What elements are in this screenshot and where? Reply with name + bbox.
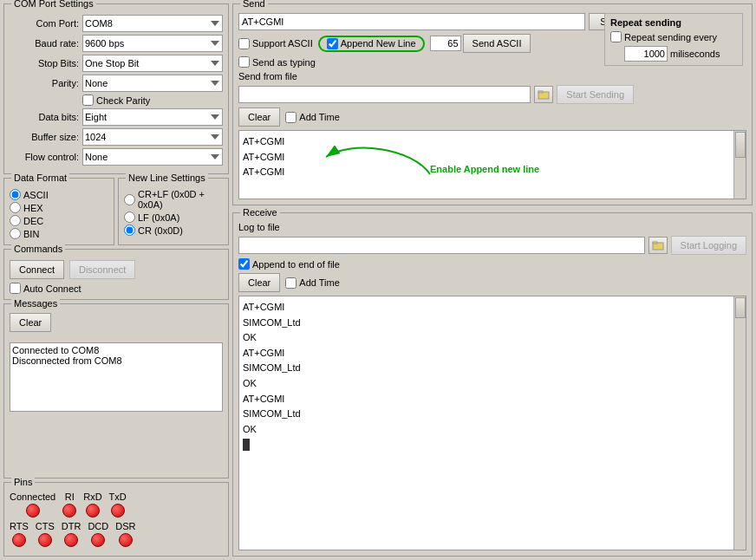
receive-scrollbar[interactable] [733,296,746,550]
send-line-2: AT+CGMI [243,150,742,166]
send-line-3: AT+CGMI [243,165,742,180]
data-bits-label: Data bits: [10,112,79,122]
ascii-value-input[interactable] [430,36,461,51]
connected-label: Connected [10,492,55,502]
rxd-label: RxD [83,492,101,502]
radio-hex[interactable]: HEX [10,202,108,213]
cts-led [38,533,52,547]
buffer-size-select[interactable]: 1024 [82,128,223,146]
data-format-title: Data Format [11,173,69,183]
rxd-led [86,504,100,518]
receive-text-area: AT+CGMI SIMCOM_Ltd OK AT+CGMI SIMCOM_Ltd… [238,296,746,550]
start-logging-button[interactable]: Start Logging [671,236,746,255]
ascii-value-wrapper: Send ASCII [430,34,531,53]
send-file-browse-button[interactable] [534,86,553,103]
pin-txd: TxD [109,492,127,518]
send-scrollbar[interactable] [733,131,746,199]
receive-add-time-checkbox[interactable]: Add Time [285,277,339,289]
data-bits-select[interactable]: Eight [82,108,223,126]
parity-select[interactable]: None [82,75,223,92]
send-add-time-checkbox[interactable]: Add Time [285,112,339,123]
svg-rect-1 [538,91,543,93]
recv-line-12: SIMCOM_Ltd [243,407,742,422]
commands-group: Commands Connect Disconnect Auto Connect [3,249,229,300]
repeat-ms-label: miliseconds [670,49,720,59]
recv-line-10: AT+CGMI [243,392,742,407]
ri-label: RI [65,492,75,502]
dtr-led [64,533,78,547]
com-port-settings-group: COM Port Settings Com Port: COM8 Baud ra… [3,3,229,174]
check-parity-checkbox[interactable]: Check Parity [82,94,223,106]
log-file-input[interactable] [238,237,645,254]
radio-bin[interactable]: BIN [10,228,108,239]
flow-control-select[interactable]: None [82,148,223,166]
dtr-label: DTR [62,521,81,531]
send-clear-button[interactable]: Clear [238,107,280,127]
recv-line-7: SIMCOM_Ltd [243,361,742,376]
receive-title: Receive [240,207,280,218]
send-ascii-button[interactable]: Send ASCII [463,34,531,53]
pins-group: Pins Connected RI RxD [3,482,229,557]
folder-icon [538,88,550,101]
send-file-input[interactable] [238,86,531,103]
ri-led [62,504,76,518]
start-sending-button[interactable]: Start Sending [557,85,634,104]
log-file-browse-button[interactable] [648,237,668,254]
auto-connect-checkbox[interactable]: Auto Connect [10,283,223,294]
txd-led [111,504,125,518]
com-port-select[interactable]: COM8 [82,15,223,32]
connected-led [26,504,40,518]
recv-line-14: OK [243,422,742,438]
cts-label: CTS [36,521,55,531]
commands-title: Commands [11,244,65,254]
radio-ascii[interactable]: ASCII [10,189,108,200]
log-folder-icon [652,239,664,251]
messages-clear-button[interactable]: Clear [10,313,51,332]
pin-ri: RI [62,492,76,518]
pins-row-1: Connected RI RxD TxD [10,492,223,518]
pin-dsr: DSR [115,521,135,547]
send-scrollbar-thumb[interactable] [735,132,746,158]
stop-bits-select[interactable]: One Stop Bit [82,55,223,72]
newline-settings-group: New Line Settings CR+LF (0x0D + 0x0A) LF… [118,178,229,245]
message-line-1: Connected to COM8 [12,345,220,355]
baud-rate-select[interactable]: 9600 bps [82,35,223,52]
send-group: Send Send Support ASCII [232,3,753,205]
append-to-file-checkbox[interactable]: Append to end of file [238,258,746,270]
send-command-input[interactable] [238,13,585,30]
pins-title: Pins [11,477,35,487]
recv-line-5: AT+CGMI [243,346,742,361]
radio-dec[interactable]: DEC [10,215,108,226]
receive-scrollbar-thumb[interactable] [735,297,746,318]
send-as-typing-checkbox[interactable]: Send as typing [238,56,634,68]
pin-connected: Connected [10,492,55,518]
data-format-group: Data Format ASCII HEX DEC [3,178,114,245]
repeat-ms-input[interactable] [624,46,668,62]
com-port-label: Com Port: [10,18,79,29]
dsr-led [119,533,133,547]
send-text-area: AT+CGMI AT+CGMI AT+CGMI [238,130,746,199]
stop-bits-label: Stop Bits: [10,58,79,68]
radio-lf[interactable]: LF (0x0A) [124,212,223,223]
dcd-led [91,533,105,547]
recv-line-9: OK [243,376,742,392]
send-title: Send [240,0,268,9]
cursor-indicator [243,439,250,451]
radio-crlf[interactable]: CR+LF (0x0D + 0x0A) [124,189,223,210]
repeat-every-checkbox[interactable]: Repeat sending every [610,31,737,42]
connect-button[interactable]: Connect [10,260,64,279]
com-port-settings-title: COM Port Settings [11,0,96,9]
support-ascii-checkbox[interactable]: Support ASCII [238,38,313,49]
receive-clear-button[interactable]: Clear [238,273,280,292]
check-parity-input[interactable] [82,94,94,106]
radio-cr[interactable]: CR (0x0D) [124,225,223,236]
pin-dtr: DTR [62,521,81,547]
messages-content: Connected to COM8 Disconnected from COM8 [10,342,223,412]
append-new-line-wrapper: Append New Line [318,36,425,52]
receive-text-content: AT+CGMI SIMCOM_Ltd OK AT+CGMI SIMCOM_Ltd… [243,300,742,454]
disconnect-button[interactable]: Disconnect [69,260,135,279]
recv-line-0: AT+CGMI [243,300,742,316]
append-new-line-checkbox[interactable]: Append New Line [327,38,416,49]
buffer-size-label: Buffer size: [10,132,79,142]
send-from-file-label: Send from file [238,71,297,81]
